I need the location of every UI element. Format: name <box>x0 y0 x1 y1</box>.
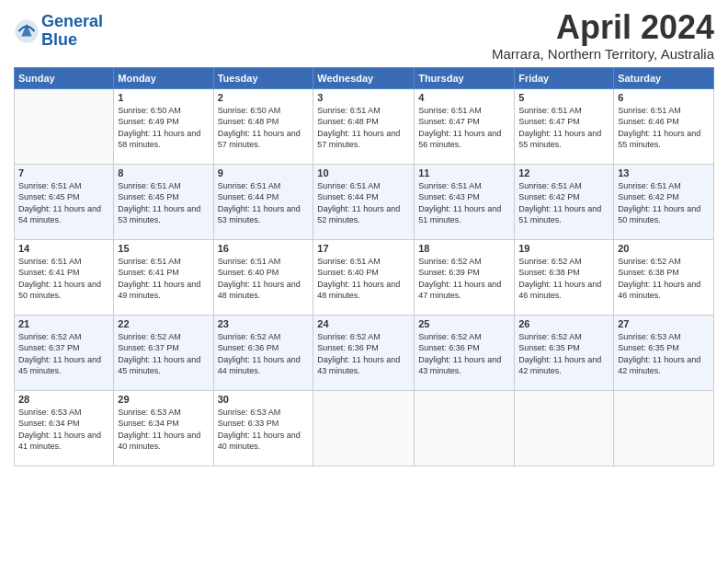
sunrise-text: Sunrise: 6:51 AM <box>618 105 710 117</box>
sunset-text: Sunset: 6:36 PM <box>218 342 310 354</box>
daylight-text: Daylight: 11 hours and 41 minutes. <box>18 430 109 453</box>
day-info: Sunrise: 6:52 AM Sunset: 6:37 PM Dayligh… <box>118 331 209 377</box>
calendar-cell: 18 Sunrise: 6:52 AM Sunset: 6:39 PM Dayl… <box>415 239 515 315</box>
sunset-text: Sunset: 6:44 PM <box>317 191 410 203</box>
day-number: 21 <box>18 318 109 329</box>
daylight-text: Daylight: 11 hours and 44 minutes. <box>218 354 310 377</box>
title-block: April 2024 Marrara, Northern Territory, … <box>492 9 714 62</box>
week-row-3: 14 Sunrise: 6:51 AM Sunset: 6:41 PM Dayl… <box>15 239 714 315</box>
sunset-text: Sunset: 6:45 PM <box>18 191 109 203</box>
logo-icon <box>14 18 40 44</box>
sunrise-text: Sunrise: 6:51 AM <box>418 180 510 192</box>
daylight-text: Daylight: 11 hours and 57 minutes. <box>317 128 410 151</box>
calendar-cell: 5 Sunrise: 6:51 AM Sunset: 6:47 PM Dayli… <box>515 88 614 164</box>
daylight-text: Daylight: 11 hours and 50 minutes. <box>18 279 109 302</box>
sunset-text: Sunset: 6:34 PM <box>18 418 109 430</box>
calendar-cell: 7 Sunrise: 6:51 AM Sunset: 6:45 PM Dayli… <box>15 164 114 239</box>
sunset-text: Sunset: 6:48 PM <box>218 116 310 128</box>
week-row-1: 1 Sunrise: 6:50 AM Sunset: 6:49 PM Dayli… <box>15 88 714 164</box>
header-wednesday: Wednesday <box>313 67 415 88</box>
sunrise-text: Sunrise: 6:51 AM <box>317 256 410 268</box>
sunset-text: Sunset: 6:42 PM <box>618 191 710 203</box>
daylight-text: Daylight: 11 hours and 57 minutes. <box>218 128 310 151</box>
day-number: 7 <box>18 167 109 178</box>
day-number: 12 <box>518 167 609 178</box>
day-info: Sunrise: 6:51 AM Sunset: 6:45 PM Dayligh… <box>118 180 209 226</box>
calendar-cell <box>313 390 415 465</box>
header-friday: Friday <box>515 67 614 88</box>
daylight-text: Daylight: 11 hours and 48 minutes. <box>218 279 310 302</box>
day-info: Sunrise: 6:52 AM Sunset: 6:39 PM Dayligh… <box>418 256 510 302</box>
sunset-text: Sunset: 6:44 PM <box>218 191 310 203</box>
daylight-text: Daylight: 11 hours and 51 minutes. <box>418 203 510 226</box>
day-info: Sunrise: 6:51 AM Sunset: 6:46 PM Dayligh… <box>618 105 710 151</box>
daylight-text: Daylight: 11 hours and 45 minutes. <box>18 354 109 377</box>
day-number: 16 <box>218 243 310 254</box>
calendar-cell <box>614 390 714 465</box>
sunset-text: Sunset: 6:37 PM <box>118 342 209 354</box>
calendar-cell: 1 Sunrise: 6:50 AM Sunset: 6:49 PM Dayli… <box>114 88 213 164</box>
daylight-text: Daylight: 11 hours and 49 minutes. <box>118 279 209 302</box>
daylight-text: Daylight: 11 hours and 53 minutes. <box>218 203 310 226</box>
calendar-cell <box>415 390 515 465</box>
daylight-text: Daylight: 11 hours and 42 minutes. <box>618 354 710 377</box>
daylight-text: Daylight: 11 hours and 54 minutes. <box>18 203 109 226</box>
sunrise-text: Sunrise: 6:52 AM <box>418 331 510 343</box>
day-number: 13 <box>618 167 710 178</box>
sunset-text: Sunset: 6:40 PM <box>218 267 310 279</box>
sunset-text: Sunset: 6:43 PM <box>418 191 510 203</box>
calendar-cell: 3 Sunrise: 6:51 AM Sunset: 6:48 PM Dayli… <box>313 88 415 164</box>
daylight-text: Daylight: 11 hours and 42 minutes. <box>518 354 609 377</box>
day-number: 20 <box>618 243 710 254</box>
sunset-text: Sunset: 6:38 PM <box>518 267 609 279</box>
day-number: 15 <box>118 243 209 254</box>
calendar-cell: 29 Sunrise: 6:53 AM Sunset: 6:34 PM Dayl… <box>114 390 213 465</box>
day-number: 18 <box>418 243 510 254</box>
header: General Blue April 2024 Marrara, Norther… <box>14 9 714 62</box>
daylight-text: Daylight: 11 hours and 53 minutes. <box>118 203 209 226</box>
sunset-text: Sunset: 6:49 PM <box>118 116 209 128</box>
sunrise-text: Sunrise: 6:52 AM <box>118 331 209 343</box>
week-row-5: 28 Sunrise: 6:53 AM Sunset: 6:34 PM Dayl… <box>15 390 714 465</box>
sunrise-text: Sunrise: 6:51 AM <box>118 180 209 192</box>
header-sunday: Sunday <box>15 67 114 88</box>
sunrise-text: Sunrise: 6:52 AM <box>618 256 710 268</box>
day-info: Sunrise: 6:50 AM Sunset: 6:48 PM Dayligh… <box>218 105 310 151</box>
day-info: Sunrise: 6:53 AM Sunset: 6:34 PM Dayligh… <box>18 407 109 453</box>
sunset-text: Sunset: 6:36 PM <box>418 342 510 354</box>
calendar-header-row: Sunday Monday Tuesday Wednesday Thursday… <box>15 67 714 88</box>
daylight-text: Daylight: 11 hours and 56 minutes. <box>418 128 510 151</box>
sunset-text: Sunset: 6:41 PM <box>18 267 109 279</box>
calendar-cell: 8 Sunrise: 6:51 AM Sunset: 6:45 PM Dayli… <box>114 164 213 239</box>
daylight-text: Daylight: 11 hours and 51 minutes. <box>518 203 609 226</box>
day-number: 8 <box>118 167 209 178</box>
day-number: 10 <box>317 167 410 178</box>
day-number: 2 <box>218 92 310 103</box>
daylight-text: Daylight: 11 hours and 55 minutes. <box>518 128 609 151</box>
calendar-cell: 12 Sunrise: 6:51 AM Sunset: 6:42 PM Dayl… <box>515 164 614 239</box>
day-number: 30 <box>218 394 310 405</box>
sunrise-text: Sunrise: 6:51 AM <box>518 180 609 192</box>
day-info: Sunrise: 6:53 AM Sunset: 6:33 PM Dayligh… <box>218 407 310 453</box>
day-info: Sunrise: 6:52 AM Sunset: 6:36 PM Dayligh… <box>317 331 410 377</box>
logo-text: General Blue <box>41 13 103 50</box>
daylight-text: Daylight: 11 hours and 55 minutes. <box>618 128 710 151</box>
sunset-text: Sunset: 6:36 PM <box>317 342 410 354</box>
sunset-text: Sunset: 6:33 PM <box>218 418 310 430</box>
calendar-cell: 11 Sunrise: 6:51 AM Sunset: 6:43 PM Dayl… <box>415 164 515 239</box>
calendar-cell <box>515 390 614 465</box>
daylight-text: Daylight: 11 hours and 40 minutes. <box>118 430 209 453</box>
calendar-cell: 28 Sunrise: 6:53 AM Sunset: 6:34 PM Dayl… <box>15 390 114 465</box>
header-thursday: Thursday <box>415 67 515 88</box>
day-info: Sunrise: 6:51 AM Sunset: 6:48 PM Dayligh… <box>317 105 410 151</box>
day-number: 5 <box>518 92 609 103</box>
calendar-cell: 10 Sunrise: 6:51 AM Sunset: 6:44 PM Dayl… <box>313 164 415 239</box>
sunrise-text: Sunrise: 6:51 AM <box>418 105 510 117</box>
calendar-cell: 15 Sunrise: 6:51 AM Sunset: 6:41 PM Dayl… <box>114 239 213 315</box>
day-number: 24 <box>317 318 410 329</box>
logo: General Blue <box>14 13 103 50</box>
day-number: 29 <box>118 394 209 405</box>
sunset-text: Sunset: 6:47 PM <box>518 116 609 128</box>
day-info: Sunrise: 6:52 AM Sunset: 6:38 PM Dayligh… <box>618 256 710 302</box>
sunrise-text: Sunrise: 6:51 AM <box>618 180 710 192</box>
